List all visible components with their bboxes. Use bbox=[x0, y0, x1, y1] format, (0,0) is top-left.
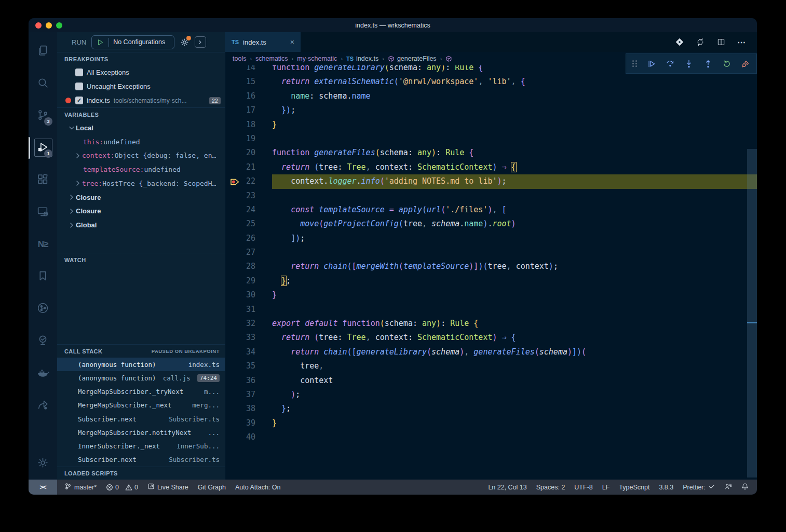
breadcrumb-item-tools[interactable]: tools bbox=[233, 55, 246, 62]
call-stack-frame[interactable]: MergeMapSubscriber.notifyNext... bbox=[57, 426, 225, 439]
status-eol[interactable]: LF bbox=[602, 484, 610, 491]
step-into-button[interactable] bbox=[684, 59, 694, 69]
gutter[interactable]: 29 bbox=[225, 274, 272, 288]
breadcrumb-item-my-schematic[interactable]: my-schematic bbox=[297, 55, 337, 62]
code-line-30[interactable]: 30} bbox=[225, 288, 757, 302]
gutter[interactable]: 31 bbox=[225, 303, 272, 317]
maximize-window-button[interactable] bbox=[56, 22, 62, 29]
gutter[interactable]: 21 bbox=[225, 160, 272, 174]
gutter[interactable]: 16 bbox=[225, 89, 272, 103]
gutter[interactable]: 18 bbox=[225, 118, 272, 132]
gutter[interactable]: 17 bbox=[225, 103, 272, 117]
breakpoint-row[interactable]: All Exceptions bbox=[57, 65, 225, 79]
gutter[interactable]: 14 bbox=[225, 65, 272, 75]
gutter[interactable]: 19 bbox=[225, 132, 272, 146]
call-stack-frame[interactable]: Subscriber.nextSubscriber.ts bbox=[57, 412, 225, 426]
code-line-19[interactable]: 19 bbox=[225, 132, 757, 146]
code-line-40[interactable]: 40 bbox=[225, 430, 757, 444]
watch-section-header[interactable]: WATCH bbox=[57, 253, 225, 266]
gutter[interactable]: 35 bbox=[225, 359, 272, 373]
continue-button[interactable] bbox=[647, 59, 656, 69]
call-stack-frame[interactable]: (anonymous function)index.ts bbox=[57, 358, 225, 371]
status-cursor-position[interactable]: Ln 22, Col 13 bbox=[488, 484, 526, 491]
breadcrumb-item-schematics[interactable]: schematics bbox=[255, 55, 288, 62]
gutter[interactable]: 37 bbox=[225, 388, 272, 402]
activity-bar-item-git-graph-view[interactable] bbox=[29, 293, 57, 325]
more-actions-icon[interactable]: ⋯ bbox=[737, 37, 747, 47]
status-notifications[interactable] bbox=[741, 483, 749, 492]
variable-scope-row[interactable]: Local bbox=[57, 121, 225, 135]
status-language[interactable]: TypeScript bbox=[619, 484, 649, 491]
activity-bar-item-settings[interactable] bbox=[29, 447, 57, 480]
code-line-18[interactable]: 18} bbox=[225, 118, 757, 132]
status-encoding[interactable]: UTF-8 bbox=[574, 484, 592, 491]
code-line-28[interactable]: 28 return chain([mergeWith(templateSourc… bbox=[225, 260, 757, 274]
variable-row[interactable]: context: Object {debug: false, en… bbox=[57, 149, 225, 163]
debug-configuration-dropdown[interactable]: No Configurations bbox=[91, 35, 174, 49]
minimize-window-button[interactable] bbox=[46, 22, 52, 29]
variable-scope-row[interactable]: Closure bbox=[57, 190, 225, 204]
gutter[interactable]: 28 bbox=[225, 260, 272, 274]
code-line-23[interactable]: 23 bbox=[225, 189, 757, 203]
debug-settings-gear-button[interactable] bbox=[180, 37, 189, 47]
breakpoints-section-header[interactable]: BREAKPOINTS bbox=[57, 52, 225, 65]
start-debug-icon[interactable] bbox=[97, 38, 104, 46]
variable-row[interactable]: this: undefined bbox=[57, 135, 225, 149]
variables-section-header[interactable]: VARIABLES bbox=[57, 107, 225, 121]
call-stack-frame[interactable]: Subscriber.nextSubscriber.ts bbox=[57, 453, 225, 467]
code-line-16[interactable]: 16 name: schema.name bbox=[225, 89, 757, 103]
activity-bar-item-nx-console[interactable]: N≥ bbox=[29, 228, 57, 261]
gutter[interactable]: 20 bbox=[225, 146, 272, 160]
step-over-button[interactable] bbox=[666, 59, 675, 69]
status-prettier[interactable]: Prettier: bbox=[683, 483, 715, 492]
gutter[interactable]: 34 bbox=[225, 345, 272, 359]
step-out-button[interactable] bbox=[703, 59, 713, 69]
variable-scope-row[interactable]: Closure bbox=[57, 204, 225, 219]
code-line-33[interactable]: 33 return (tree: Tree, context: Schemati… bbox=[225, 331, 757, 345]
loaded-scripts-section-header[interactable]: LOADED SCRIPTS bbox=[57, 467, 225, 480]
code-area[interactable]: 14function generateLibrary(schema: any):… bbox=[225, 65, 757, 480]
code-line-27[interactable]: 27 bbox=[225, 245, 757, 260]
status-git-graph[interactable]: Git Graph bbox=[198, 484, 226, 491]
breadcrumb-item-index.ts[interactable]: TSindex.ts bbox=[346, 55, 378, 62]
call-stack-frame[interactable]: MergeMapSubscriber._nextmerg... bbox=[57, 399, 225, 412]
breadcrumb-item-generateFiles[interactable]: generateFiles bbox=[388, 55, 437, 62]
status-live-share[interactable]: Live Share bbox=[147, 483, 188, 492]
gutter[interactable]: 40 bbox=[225, 430, 272, 444]
gutter[interactable]: 33 bbox=[225, 331, 272, 345]
variable-scope-row[interactable]: Global bbox=[57, 218, 225, 232]
status-feedback[interactable] bbox=[725, 483, 732, 492]
status-indentation[interactable]: Spaces: 2 bbox=[536, 484, 565, 491]
breakpoint-checkbox[interactable] bbox=[75, 69, 83, 76]
activity-bar-item-extensions[interactable] bbox=[29, 164, 57, 196]
code-line-35[interactable]: 35 tree, bbox=[225, 359, 757, 373]
code-line-31[interactable]: 31 bbox=[225, 303, 757, 317]
breakpoint-row[interactable]: Uncaught Exceptions bbox=[57, 79, 225, 93]
code-line-38[interactable]: 38 }; bbox=[225, 402, 757, 416]
code-line-21[interactable]: 21 return (tree: Tree, context: Schemati… bbox=[225, 160, 757, 174]
debug-console-button[interactable] bbox=[195, 36, 206, 48]
variable-row[interactable]: tree: HostTree {_backend: ScopedH… bbox=[57, 176, 225, 190]
compare-changes-icon[interactable] bbox=[696, 37, 705, 47]
activity-bar-item-source-control[interactable]: 3 bbox=[29, 100, 57, 132]
gutter[interactable]: 39 bbox=[225, 416, 272, 430]
disconnect-button[interactable] bbox=[741, 59, 750, 69]
variable-row[interactable]: templateSource: undefined bbox=[57, 162, 225, 176]
activity-bar-item-remote-explorer[interactable] bbox=[29, 196, 57, 228]
gutter[interactable]: 32 bbox=[225, 317, 272, 331]
close-tab-icon[interactable]: × bbox=[290, 38, 294, 46]
breadcrumb-item-function[interactable] bbox=[445, 56, 455, 62]
call-stack-section-header[interactable]: CALL STACK PAUSED ON BREAKPOINT bbox=[57, 344, 225, 358]
gutter[interactable]: 15 bbox=[225, 75, 272, 89]
code-line-29[interactable]: 29 }; bbox=[225, 274, 757, 288]
split-editor-icon[interactable] bbox=[716, 37, 726, 47]
status-branch[interactable]: master* bbox=[64, 483, 97, 492]
gutter[interactable]: 38 bbox=[225, 402, 272, 416]
gutter[interactable]: 25 bbox=[225, 217, 272, 231]
breakpoint-checkbox[interactable] bbox=[75, 83, 83, 90]
activity-bar-item-live-share[interactable] bbox=[29, 389, 57, 421]
editor-scrollbar[interactable] bbox=[747, 149, 757, 478]
breakpoint-row[interactable]: ✓index.tstools/schematics/my-sch...22 bbox=[57, 93, 225, 107]
activity-bar-item-explorer[interactable] bbox=[29, 35, 57, 67]
gutter[interactable]: 22 bbox=[225, 174, 272, 188]
